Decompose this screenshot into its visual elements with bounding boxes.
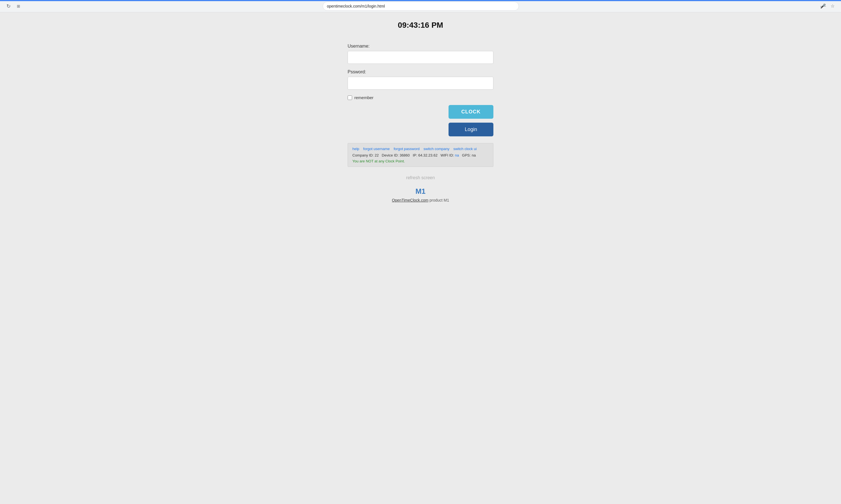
product-suffix: product M1: [428, 198, 449, 202]
switch-clock-ui-link[interactable]: switch clock ui: [453, 147, 477, 151]
password-label: Pssword:: [348, 69, 493, 74]
browser-chrome: ↻ ⊞ opentimeclock.com/m1/login.html 🎤 ☆: [0, 0, 841, 12]
remember-checkbox[interactable]: [348, 95, 352, 100]
ip-value: 64.32.23.62: [418, 153, 437, 157]
product-label: OpenTimeClock.com product M1: [392, 198, 449, 202]
mic-blocked-button[interactable]: 🎤: [819, 2, 827, 10]
chrome-left: ↻ ⊞: [4, 2, 22, 10]
browser-top-bar: [0, 0, 841, 1]
reload-icon: ↻: [6, 3, 11, 9]
bookmark-button[interactable]: ☆: [829, 2, 837, 10]
chrome-right: 🎤 ☆: [819, 2, 837, 10]
login-button[interactable]: Login: [448, 123, 493, 137]
remember-row: remember: [348, 95, 493, 100]
company-id-value: 22: [375, 153, 379, 157]
buttons-row: CLOCK Login: [348, 105, 493, 137]
remember-label: remember: [354, 95, 373, 100]
customize-tabs-icon: ⊞: [17, 4, 20, 8]
username-label: Username:: [348, 44, 493, 49]
bookmark-icon: ☆: [830, 3, 835, 9]
password-input[interactable]: [348, 77, 493, 90]
ip-label: IP:: [413, 153, 417, 157]
info-box: help forgot username forgot password swi…: [348, 143, 493, 167]
switch-company-link[interactable]: switch company: [424, 147, 449, 151]
m1-label: M1: [415, 187, 426, 196]
not-at-clock-point: You are NOT at any Clock Point.: [353, 159, 488, 163]
username-input[interactable]: [348, 51, 493, 64]
info-details-row: Company ID: 22 Device ID: 36860 IP: 64.3…: [353, 153, 488, 157]
refresh-screen-button[interactable]: refresh screen: [406, 175, 435, 180]
chrome-middle: opentimeclock.com/m1/login.html: [26, 2, 816, 11]
page-content: 09:43:16 PM Username: Pssword: remember …: [0, 12, 841, 504]
clock-button[interactable]: CLOCK: [448, 105, 493, 119]
mic-blocked-icon: 🎤: [820, 3, 826, 9]
url-text: opentimeclock.com/m1/login.html: [327, 4, 385, 8]
wifi-id-value: na: [455, 153, 459, 157]
address-bar[interactable]: opentimeclock.com/m1/login.html: [323, 2, 519, 11]
info-links-row: help forgot username forgot password swi…: [353, 147, 488, 151]
gps-value: na: [472, 153, 476, 157]
company-id-label: Company ID:: [353, 153, 374, 157]
login-form: Username: Pssword: remember CLOCK Login …: [348, 38, 493, 175]
device-id-value: 36860: [399, 153, 410, 157]
reload-button[interactable]: ↻: [4, 2, 12, 10]
wifi-id-label: WIFI ID:: [441, 153, 454, 157]
help-link[interactable]: help: [353, 147, 359, 151]
device-id-label: Device ID:: [382, 153, 399, 157]
customize-tabs-button[interactable]: ⊞: [15, 2, 22, 10]
time-display: 09:43:16 PM: [398, 21, 443, 30]
forgot-password-link[interactable]: forgot password: [394, 147, 420, 151]
product-link[interactable]: OpenTimeClock.com: [392, 198, 428, 202]
gps-label: GPS:: [462, 153, 471, 157]
forgot-username-link[interactable]: forgot username: [363, 147, 390, 151]
